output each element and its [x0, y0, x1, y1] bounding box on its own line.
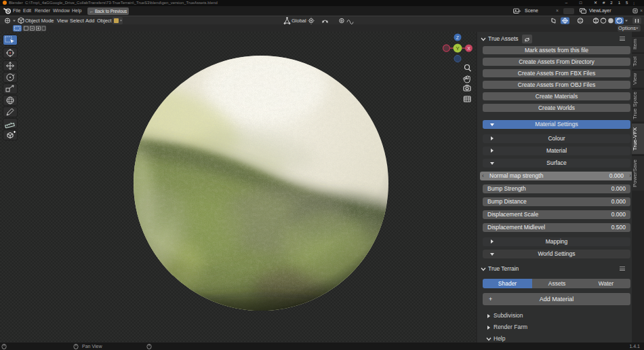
svg-text:X: X: [467, 46, 470, 51]
svg-text:1.4.1: 1.4.1: [629, 344, 640, 349]
svg-text:Options: Options: [618, 25, 636, 31]
svg-text:Z: Z: [456, 35, 460, 40]
svg-text:Y: Y: [456, 45, 459, 52]
svg-text:Pan View: Pan View: [82, 344, 102, 349]
